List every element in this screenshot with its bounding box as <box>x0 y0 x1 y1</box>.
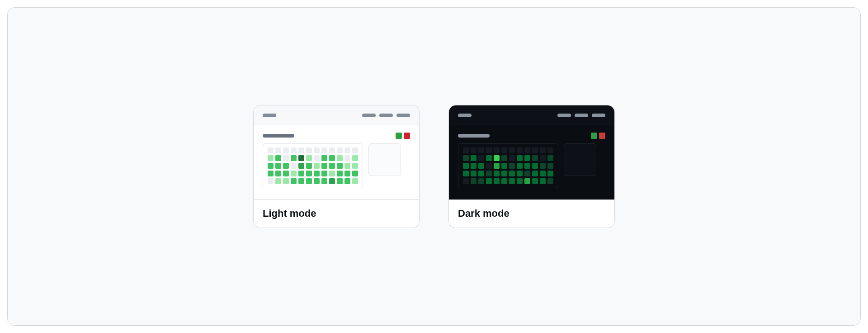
header-pill <box>362 114 376 117</box>
grid-cell <box>314 147 320 153</box>
grid-cell <box>471 163 476 169</box>
grid-cell <box>321 147 327 153</box>
grid-cell <box>344 163 350 169</box>
grid-cell <box>463 178 469 184</box>
grid-cell <box>547 178 553 184</box>
swatch-red <box>599 133 605 139</box>
grid-cell <box>298 178 304 184</box>
grid-cell <box>298 163 304 169</box>
grid-cell <box>329 178 335 184</box>
grid-cell <box>509 178 515 184</box>
grid-cell <box>337 171 343 176</box>
grid-cell <box>329 163 335 169</box>
grid-cell <box>501 178 507 184</box>
page-title-placeholder <box>458 134 490 138</box>
grid-cell <box>352 163 358 169</box>
grid-cell <box>268 171 274 176</box>
swatch-red <box>404 133 410 139</box>
grid-cell <box>352 178 358 184</box>
swatch-green <box>591 133 597 139</box>
example-canvas: Light mode <box>7 7 861 326</box>
grid-cell <box>524 163 530 169</box>
side-panel <box>368 143 401 176</box>
grid-cell <box>540 178 546 184</box>
grid-cell <box>306 178 312 184</box>
grid-cell <box>283 147 289 153</box>
grid-cell <box>524 155 530 161</box>
grid-cell <box>321 171 327 176</box>
grid-cell <box>540 147 546 153</box>
grid-cell <box>547 147 553 153</box>
window-body <box>449 125 614 200</box>
grid-cell <box>337 155 343 161</box>
grid-cell <box>532 155 538 161</box>
grid-cell <box>494 155 500 161</box>
grid-cell <box>509 171 515 176</box>
side-panel <box>564 143 596 176</box>
grid-cell <box>321 163 327 169</box>
grid-cell <box>298 155 304 161</box>
grid-cell <box>329 171 335 176</box>
grid-cell <box>486 155 492 161</box>
grid-cell <box>501 163 507 169</box>
header-right-pills <box>362 114 410 117</box>
grid-cell <box>283 155 289 161</box>
grid-cell <box>275 178 281 184</box>
header-pill <box>396 114 410 117</box>
grid-cell <box>540 155 546 161</box>
grid-cell <box>268 163 274 169</box>
grid-cell <box>471 171 476 176</box>
grid-cell <box>291 178 297 184</box>
grid-cell <box>478 155 484 161</box>
status-swatches <box>591 133 605 139</box>
grid-cell <box>321 155 327 161</box>
grid-cell <box>314 163 320 169</box>
dark-mode-card: Dark mode <box>448 105 615 228</box>
grid-cell <box>486 171 492 176</box>
grid-cell <box>275 147 281 153</box>
header-pill <box>379 114 393 117</box>
grid-cell <box>547 163 553 169</box>
grid-cell <box>275 155 281 161</box>
grid-cell <box>329 155 335 161</box>
light-mode-card: Light mode <box>253 105 420 228</box>
grid-cell <box>494 178 500 184</box>
grid-cell <box>540 171 546 176</box>
grid-cell <box>501 147 507 153</box>
grid-cell <box>509 155 515 161</box>
grid-cell <box>471 147 476 153</box>
grid-cell <box>314 171 320 176</box>
grid-cell <box>517 171 523 176</box>
header-right-pills <box>557 114 605 117</box>
grid-cell <box>517 178 523 184</box>
grid-cell <box>540 163 546 169</box>
grid-cell <box>352 155 358 161</box>
header-pill <box>557 114 571 117</box>
page-title-placeholder <box>263 134 294 138</box>
grid-cell <box>306 147 312 153</box>
grid-cell <box>337 147 343 153</box>
grid-cell <box>524 178 530 184</box>
grid-cell <box>314 155 320 161</box>
grid-cell <box>486 147 492 153</box>
header-pill <box>575 114 588 117</box>
window-header <box>254 105 419 125</box>
grid-cell <box>306 171 312 176</box>
grid-cell <box>478 171 484 176</box>
grid-cell <box>517 147 523 153</box>
grid-cell <box>509 147 515 153</box>
header-pill <box>592 114 605 117</box>
grid-cell <box>275 163 281 169</box>
grid-cell <box>463 147 469 153</box>
grid-cell <box>463 163 469 169</box>
grid-cell <box>517 163 523 169</box>
swatch-green <box>396 133 402 139</box>
grid-cell <box>291 147 297 153</box>
window-body <box>254 125 419 200</box>
grid-cell <box>494 147 500 153</box>
grid-cell <box>463 155 469 161</box>
grid-cell <box>268 147 274 153</box>
grid-cell <box>283 163 289 169</box>
grid-cell <box>306 155 312 161</box>
grid-cell <box>344 155 350 161</box>
